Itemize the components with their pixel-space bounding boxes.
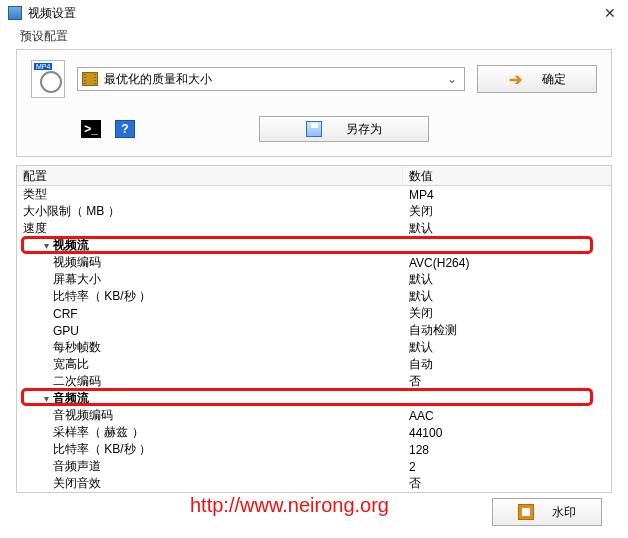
- row-value: 默认: [403, 339, 611, 356]
- row-value: 否: [403, 475, 611, 492]
- table-row[interactable]: 关闭音效否: [17, 475, 611, 492]
- table-row[interactable]: 二次编码否: [17, 373, 611, 390]
- console-icon[interactable]: >_: [81, 120, 101, 138]
- row-value: 自动检测: [403, 322, 611, 339]
- row-value: 默认: [403, 288, 611, 305]
- table-row[interactable]: ▾音频流: [17, 390, 611, 407]
- row-name: CRF: [17, 307, 403, 321]
- table-row[interactable]: 速度默认: [17, 220, 611, 237]
- watermark-url-text: http://www.neirong.org: [190, 494, 389, 517]
- row-name: 比特率（ KB/秒 ）: [17, 441, 403, 458]
- row-value: 2: [403, 460, 611, 474]
- row-name: 每秒帧数: [17, 339, 403, 356]
- save-as-button[interactable]: 另存为: [259, 116, 429, 142]
- chevron-down-icon: ⌄: [444, 72, 460, 86]
- table-row[interactable]: 每秒帧数默认: [17, 339, 611, 356]
- row-name: 速度: [17, 220, 403, 237]
- table-row[interactable]: 大小限制（ MB ）关闭: [17, 203, 611, 220]
- saveas-label: 另存为: [346, 121, 382, 138]
- row-name: 类型: [17, 186, 403, 203]
- window-title: 视频设置: [28, 5, 76, 22]
- collapse-toggle-icon[interactable]: ▾: [41, 241, 51, 251]
- watermark-label: 水印: [552, 504, 576, 521]
- table-row[interactable]: ▾视频流: [17, 237, 611, 254]
- row-value: 否: [403, 373, 611, 390]
- row-name: 音视频编码: [17, 407, 403, 424]
- row-name: 二次编码: [17, 373, 403, 390]
- film-icon: [82, 72, 98, 86]
- table-row[interactable]: 比特率（ KB/秒 ）128: [17, 441, 611, 458]
- row-name: 屏幕大小: [17, 271, 403, 288]
- row-value: 44100: [403, 426, 611, 440]
- table-row[interactable]: 宽高比自动: [17, 356, 611, 373]
- table-row[interactable]: 采样率（ 赫兹 ）44100: [17, 424, 611, 441]
- ok-button[interactable]: ➔ 确定: [477, 65, 597, 93]
- header-name: 配置: [17, 166, 403, 185]
- preset-selected-text: 最优化的质量和大小: [104, 71, 212, 88]
- preset-select[interactable]: 最优化的质量和大小 ⌄: [77, 67, 465, 91]
- help-icon[interactable]: ?: [115, 120, 135, 138]
- table-row[interactable]: 音视频编码AAC: [17, 407, 611, 424]
- arrow-right-icon: ➔: [509, 70, 522, 89]
- format-mp4-icon: [31, 60, 65, 98]
- row-name: 采样率（ 赫兹 ）: [17, 424, 403, 441]
- table-row[interactable]: 比特率（ KB/秒 ）默认: [17, 288, 611, 305]
- close-icon[interactable]: ✕: [600, 5, 620, 21]
- row-name: ▾音频流: [17, 390, 403, 407]
- row-name: 音频声道: [17, 458, 403, 475]
- preset-section-label: 预设配置: [0, 26, 628, 47]
- row-name: ▾视频流: [17, 237, 403, 254]
- table-row[interactable]: CRF关闭: [17, 305, 611, 322]
- row-value: MP4: [403, 188, 611, 202]
- row-value: 自动: [403, 356, 611, 373]
- row-name: 比特率（ KB/秒 ）: [17, 288, 403, 305]
- row-value: 默认: [403, 220, 611, 237]
- row-value: 关闭: [403, 305, 611, 322]
- table-row[interactable]: GPU自动检测: [17, 322, 611, 339]
- row-value: 128: [403, 443, 611, 457]
- titlebar: 视频设置 ✕: [0, 0, 628, 26]
- table-row[interactable]: 类型MP4: [17, 186, 611, 203]
- preset-panel: 最优化的质量和大小 ⌄ ➔ 确定 >_ ? 另存为: [16, 49, 612, 157]
- floppy-icon: [306, 121, 322, 137]
- row-value: 默认: [403, 271, 611, 288]
- grid-body[interactable]: 类型MP4大小限制（ MB ）关闭速度默认▾视频流视频编码AVC(H264)屏幕…: [17, 186, 611, 492]
- row-value: 关闭: [403, 203, 611, 220]
- table-row[interactable]: 屏幕大小默认: [17, 271, 611, 288]
- row-name: 宽高比: [17, 356, 403, 373]
- table-row[interactable]: 音频声道2: [17, 458, 611, 475]
- row-name: 大小限制（ MB ）: [17, 203, 403, 220]
- settings-grid: 配置 数值 类型MP4大小限制（ MB ）关闭速度默认▾视频流视频编码AVC(H…: [16, 165, 612, 493]
- ok-label: 确定: [542, 71, 566, 88]
- watermark-icon: [518, 504, 534, 520]
- table-row[interactable]: 视频编码AVC(H264): [17, 254, 611, 271]
- grid-header: 配置 数值: [17, 166, 611, 186]
- row-name: 关闭音效: [17, 475, 403, 492]
- row-value: AVC(H264): [403, 256, 611, 270]
- row-name: 视频编码: [17, 254, 403, 271]
- row-value: AAC: [403, 409, 611, 423]
- watermark-button[interactable]: 水印: [492, 498, 602, 526]
- header-value: 数值: [403, 166, 611, 185]
- row-name: GPU: [17, 324, 403, 338]
- app-icon: [8, 6, 22, 20]
- collapse-toggle-icon[interactable]: ▾: [41, 394, 51, 404]
